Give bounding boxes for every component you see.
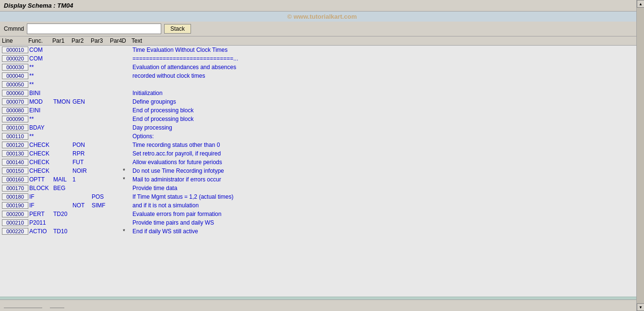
scroll-down-button[interactable]: ▼ <box>637 303 644 311</box>
cell-text: Provide time data <box>131 185 642 191</box>
cell-func: ** <box>28 81 52 88</box>
cell-text: End if daily WS still active <box>131 228 642 235</box>
scroll-up-button[interactable]: ▲ <box>637 0 644 8</box>
cell-func: BDAY <box>28 124 52 131</box>
table-row[interactable]: 000130 CHECK RPR Set retro.acc.for payro… <box>0 149 644 158</box>
cell-func: COM <box>28 47 52 53</box>
cell-func: ** <box>28 133 52 140</box>
table-row[interactable]: 000200 PERT TD20 Evaluate errors from pa… <box>0 210 644 218</box>
cell-line: 000210 <box>2 219 28 226</box>
cell-line: 000130 <box>2 150 28 157</box>
cell-func: PERT <box>28 211 52 217</box>
bottom-status-bar <box>0 299 644 309</box>
cell-func: BINI <box>28 90 52 96</box>
cell-func: EINI <box>28 107 52 114</box>
table-row[interactable]: 000010 COM Time Evaluation Without Clock… <box>0 46 644 54</box>
content-area: Line Func. Par1 Par2 Par3 Par4 D Text 00… <box>0 36 644 309</box>
table-row[interactable]: 000020 COM =============================… <box>0 54 644 63</box>
cell-func: P2011 <box>28 219 52 226</box>
table-row[interactable]: 000190 IF NOT SIMF and if it is not a si… <box>0 201 644 210</box>
watermark-bar: © www.tutorialkart.com <box>0 12 644 22</box>
table-row[interactable]: 000080 EINI End of processing block <box>0 106 644 115</box>
cell-line: 000070 <box>2 98 28 105</box>
cell-par2: RPR <box>72 150 91 157</box>
right-scrollbar: ▲ ▼ <box>636 0 644 311</box>
col-header-text: Text <box>131 37 642 44</box>
cell-text: Do not use Time Recording infotype <box>131 167 642 174</box>
main-wrapper: Display Schema : TM04 © www.tutorialkart… <box>0 0 644 311</box>
cell-func: MOD <box>28 98 52 105</box>
cell-line: 000030 <box>2 64 28 71</box>
table-row[interactable]: 000060 BINI Initialization <box>0 89 644 97</box>
cell-func: IF <box>28 193 52 200</box>
stack-button[interactable]: Stack <box>164 24 191 34</box>
title-bar: Display Schema : TM04 <box>0 0 644 12</box>
col-header-func: Func. <box>28 37 52 44</box>
table-row[interactable]: 000140 CHECK FUT Allow evaluations for f… <box>0 158 644 167</box>
cell-par2: NOIR <box>72 167 91 174</box>
cell-par2: 1 <box>72 176 91 183</box>
cell-line: 000140 <box>2 159 28 166</box>
cell-par3: POS <box>91 193 110 200</box>
data-rows-container: 000010 COM Time Evaluation Without Clock… <box>0 46 644 236</box>
cell-par1: TD20 <box>52 211 72 217</box>
col-header-par2: Par2 <box>72 37 91 44</box>
toolbar: Cmmnd Stack <box>0 22 644 36</box>
cell-func: ** <box>28 72 52 79</box>
table-row[interactable]: 000070 MOD TMON GEN Define groupings <box>0 97 644 106</box>
cell-func: CHECK <box>28 167 52 174</box>
cell-func: CHECK <box>28 150 52 157</box>
cell-line: 000120 <box>2 142 28 148</box>
cell-par1: MAIL <box>52 176 72 183</box>
cell-line: 000160 <box>2 176 28 183</box>
cell-text: End of processing block <box>131 116 642 122</box>
cell-func: CHECK <box>28 142 52 148</box>
cell-d: * <box>122 176 131 183</box>
cell-func: IF <box>28 202 52 209</box>
column-headers: Line Func. Par1 Par2 Par3 Par4 D Text <box>0 36 644 46</box>
col-header-d: D <box>122 37 131 44</box>
cell-func: BLOCK <box>28 185 52 191</box>
cell-text: Allow evaluations for future periods <box>131 159 642 166</box>
table-row[interactable]: 000040 ** recorded without clock times <box>0 72 644 80</box>
cell-text: Evaluate errors from pair formation <box>131 211 642 217</box>
table-row[interactable]: 000030 ** Evaluation of attendances and … <box>0 63 644 72</box>
table-row[interactable]: 000220 ACTIO TD10 * End if daily WS stil… <box>0 227 644 236</box>
table-row[interactable]: 000050 ** <box>0 80 644 89</box>
cell-text: Initialization <box>131 90 642 96</box>
cell-par1: BEG <box>52 185 72 191</box>
cell-line: 000090 <box>2 116 28 122</box>
cell-func: CHECK <box>28 159 52 166</box>
cell-text: Time Evaluation Without Clock Times <box>131 47 642 53</box>
table-row[interactable]: 000120 CHECK PON Time recording status o… <box>0 141 644 149</box>
table-row[interactable]: 000150 CHECK NOIR * Do not use Time Reco… <box>0 167 644 175</box>
table-row[interactable]: 000170 BLOCK BEG Provide time data <box>0 184 644 192</box>
cell-text: and if it is not a simulation <box>131 202 642 209</box>
cell-d: * <box>122 228 131 235</box>
table-row[interactable]: 000160 OPTT MAIL 1 * Mail to administrat… <box>0 175 644 184</box>
cell-par2: GEN <box>72 98 91 105</box>
cell-line: 000080 <box>2 107 28 114</box>
cell-text: Define groupings <box>131 98 642 105</box>
cell-par3: SIMF <box>91 202 110 209</box>
cell-text: ==============================... <box>131 55 642 62</box>
table-row[interactable]: 000210 P2011 Provide time pairs and dail… <box>0 218 644 227</box>
cell-line: 000050 <box>2 81 28 88</box>
cell-line: 000180 <box>2 193 28 200</box>
cell-text: Provide time pairs and daily WS <box>131 219 642 226</box>
bottom-field-1 <box>4 301 42 308</box>
cmmnd-label: Cmmnd <box>4 25 24 32</box>
cmmnd-input[interactable] <box>27 24 161 34</box>
cell-text: Time recording status other than 0 <box>131 142 642 148</box>
table-row[interactable]: 000090 ** End of processing block <box>0 115 644 123</box>
table-row[interactable]: 000110 ** Options: <box>0 132 644 141</box>
table-row[interactable]: 000180 IF POS If Time Mgmt status = 1,2 … <box>0 192 644 201</box>
cell-line: 000010 <box>2 47 28 53</box>
cell-text: Options: <box>131 133 642 140</box>
cell-d: * <box>122 167 131 174</box>
table-row[interactable]: 000100 BDAY Day processing <box>0 123 644 132</box>
col-header-line: Line <box>2 37 28 44</box>
col-header-par1: Par1 <box>52 37 72 44</box>
cell-line: 000110 <box>2 133 28 140</box>
cell-text: Day processing <box>131 124 642 131</box>
